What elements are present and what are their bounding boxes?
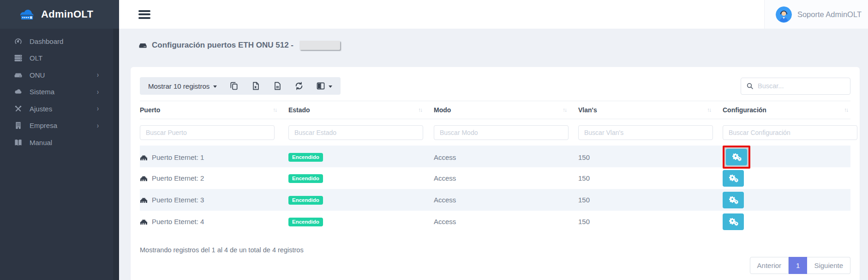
cogs-icon — [728, 218, 738, 226]
sidebar: AdminOLT Dashboard OLT ONU › Sistema — [0, 0, 119, 280]
filter-estado-input[interactable] — [288, 125, 423, 140]
configure-port-button[interactable] — [726, 149, 747, 165]
chevron-right-icon: › — [97, 88, 99, 96]
filter-vlans-input[interactable] — [578, 125, 713, 140]
sidebar-item-sistema[interactable]: Sistema › — [0, 84, 119, 101]
mode-value: Access — [434, 218, 456, 225]
mode-value: Access — [434, 174, 456, 182]
table-row: Puerto Eternet: 2 Encendido Access 150 — [140, 167, 850, 189]
column-header-modo[interactable]: Modo ↑↓ — [434, 106, 578, 114]
column-header-puerto[interactable]: Puerto ↑↓ — [140, 106, 288, 114]
cloud-switch-logo-icon — [17, 7, 37, 21]
search-icon — [746, 82, 754, 90]
sidebar-item-olt[interactable]: OLT — [0, 50, 119, 67]
configure-port-button[interactable] — [723, 170, 744, 187]
column-header-vlans[interactable]: Vlan's ↑↓ — [578, 106, 723, 114]
sidebar-item-label: ONU — [30, 71, 45, 79]
excel-export-button[interactable] — [251, 81, 260, 91]
sidebar-item-label: Sistema — [30, 88, 54, 96]
datatable-toolbar: Mostrar 10 registros — [140, 77, 341, 95]
pagination-previous-button[interactable]: Anterior — [750, 257, 789, 274]
brand-name: AdminOLT — [41, 8, 93, 20]
table-filter-row — [140, 119, 850, 146]
sort-icon[interactable]: ↑↓ — [563, 107, 566, 113]
pagination: Anterior 1 Siguiente — [140, 257, 850, 274]
vlan-value: 150 — [578, 153, 590, 161]
sidebar-scrollbar-track[interactable] — [113, 29, 119, 280]
search-input[interactable] — [758, 82, 845, 90]
table-row: Puerto Eternet: 3 Encendido Access 150 — [140, 189, 850, 211]
chevron-down-icon — [329, 85, 332, 88]
sidebar-item-dashboard[interactable]: Dashboard — [0, 33, 119, 50]
port-name: Puerto Eternet: 4 — [152, 218, 204, 225]
configure-port-button[interactable] — [723, 192, 744, 208]
port-name: Puerto Eternet: 1 — [152, 153, 204, 161]
page-length-dropdown[interactable]: Mostrar 10 registros — [148, 82, 217, 90]
table-search — [741, 78, 850, 95]
sort-icon[interactable]: ↑↓ — [844, 107, 848, 113]
sidebar-item-label: Empresa — [30, 122, 57, 129]
chevron-right-icon: › — [97, 71, 99, 79]
table-header-row: Puerto ↑↓ Estado ↑↓ Modo ↑↓ Vlan's ↑↓ Co… — [140, 101, 850, 119]
sort-icon[interactable]: ↑↓ — [418, 107, 422, 113]
cogs-icon — [728, 196, 738, 204]
vlan-value: 150 — [578, 174, 590, 182]
pagination-page-1-button[interactable]: 1 — [789, 257, 807, 274]
status-badge: Encendido — [288, 218, 323, 226]
mode-value: Access — [434, 196, 456, 204]
server-icon — [14, 54, 23, 62]
cogs-icon — [731, 153, 742, 161]
pagination-next-button[interactable]: Siguiente — [807, 257, 850, 274]
refresh-icon[interactable] — [294, 81, 304, 91]
status-badge: Encendido — [288, 174, 323, 183]
column-header-estado[interactable]: Estado ↑↓ — [288, 106, 434, 114]
ethernet-icon — [140, 154, 148, 161]
sidebar-toggle-button[interactable] — [138, 8, 150, 20]
sidebar-menu: Dashboard OLT ONU › Sistema › Aj — [0, 29, 119, 151]
user-menu[interactable]: Soporte AdminOLT — [764, 0, 868, 29]
top-navbar: Soporte AdminOLT — [119, 0, 868, 29]
ethernet-icon — [140, 196, 148, 203]
ethernet-icon — [140, 218, 148, 225]
cogs-icon — [728, 174, 738, 183]
column-header-configuracion[interactable]: Configuración ↑↓ — [723, 106, 850, 114]
page-title-text: Configuración puertos ETH ONU 512 - — [152, 41, 293, 50]
document-export-button[interactable] — [273, 81, 282, 91]
book-icon — [14, 138, 23, 147]
sidebar-item-label: Manual — [30, 139, 52, 146]
sidebar-item-label: Dashboard — [30, 37, 63, 45]
device-icon — [138, 42, 148, 49]
filter-configuracion-input[interactable] — [723, 125, 857, 140]
tools-icon — [14, 104, 23, 113]
sidebar-item-empresa[interactable]: Empresa › — [0, 117, 119, 134]
user-name: Soporte AdminOLT — [797, 10, 862, 19]
table-card: Mostrar 10 registros — [131, 67, 860, 280]
chevron-down-icon — [213, 85, 217, 88]
columns-icon — [316, 81, 325, 91]
red-highlight-annotation — [723, 146, 750, 169]
sidebar-item-onu[interactable]: ONU › — [0, 67, 119, 84]
copy-button[interactable] — [229, 81, 239, 91]
column-visibility-dropdown[interactable] — [316, 81, 332, 91]
ports-table: Puerto ↑↓ Estado ↑↓ Modo ↑↓ Vlan's ↑↓ Co… — [140, 101, 850, 232]
port-name: Puerto Eternet: 3 — [152, 196, 204, 204]
sidebar-item-manual[interactable]: Manual — [0, 134, 119, 151]
filter-modo-input[interactable] — [434, 125, 569, 140]
filter-puerto-input[interactable] — [140, 125, 275, 140]
sort-icon[interactable]: ↑↓ — [273, 107, 276, 113]
port-name: Puerto Eternet: 2 — [152, 174, 204, 182]
configure-port-button[interactable] — [723, 213, 744, 230]
redacted-box — [299, 41, 340, 50]
status-badge: Encendido — [288, 153, 323, 162]
table-info: Mostrando registros del 1 al 4 de un tot… — [140, 246, 850, 254]
sidebar-item-ajustes[interactable]: Ajustes › — [0, 100, 119, 117]
sidebar-item-label: OLT — [30, 54, 42, 62]
ethernet-icon — [140, 175, 148, 182]
chevron-right-icon: › — [97, 122, 99, 130]
cloud-icon — [14, 87, 23, 96]
brand-logo[interactable]: AdminOLT — [0, 0, 119, 29]
sort-icon[interactable]: ↑↓ — [707, 107, 711, 113]
mode-value: Access — [434, 153, 456, 161]
page-length-label: Mostrar 10 registros — [148, 82, 210, 90]
avatar — [776, 6, 792, 23]
